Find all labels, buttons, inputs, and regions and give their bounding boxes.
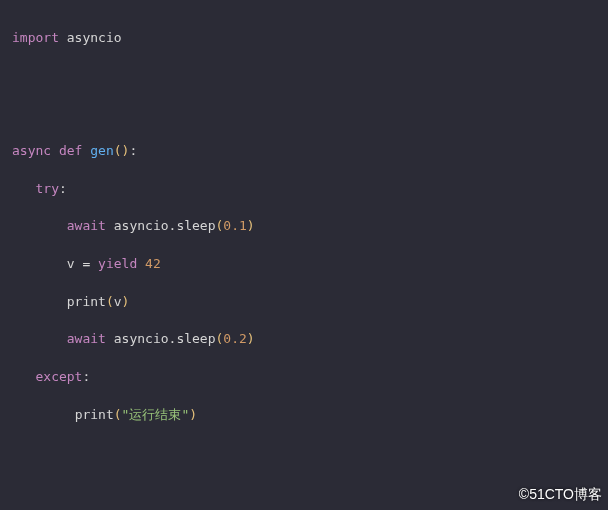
code-line: print("运行结束")	[12, 406, 596, 425]
watermark: ©51CTO博客	[519, 484, 602, 504]
code-block: import asyncio async def gen(): try: awa…	[0, 0, 608, 510]
code-line	[12, 104, 596, 123]
code-line	[12, 67, 596, 86]
code-line: async def gen():	[12, 142, 596, 161]
code-line: print(v)	[12, 293, 596, 312]
code-line: v = yield 42	[12, 255, 596, 274]
code-line	[12, 481, 596, 500]
code-line	[12, 443, 596, 462]
code-line: try:	[12, 180, 596, 199]
code-line: await asyncio.sleep(0.1)	[12, 217, 596, 236]
code-line: except:	[12, 368, 596, 387]
code-line: await asyncio.sleep(0.2)	[12, 330, 596, 349]
code-line: import asyncio	[12, 29, 596, 48]
